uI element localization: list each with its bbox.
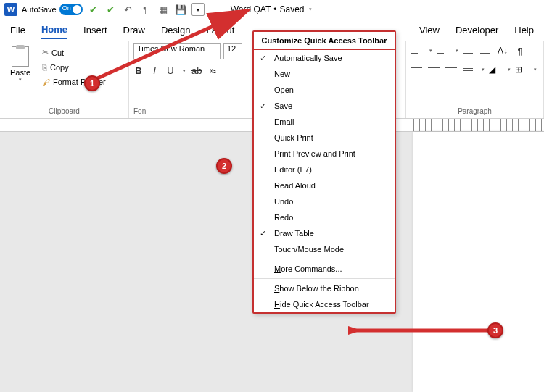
align-right-button[interactable] xyxy=(445,64,458,75)
word-app-icon: W xyxy=(4,3,17,16)
menu-separator xyxy=(254,278,395,279)
qat-menu-item[interactable]: Email xyxy=(254,114,395,130)
tab-insert[interactable]: Insert xyxy=(83,22,107,38)
qat-menu-item[interactable]: New xyxy=(254,66,395,82)
qat-menu-item[interactable]: Automatically Save xyxy=(254,50,395,66)
italic-button[interactable]: I xyxy=(149,65,160,76)
subscript-button[interactable]: x₂ xyxy=(207,67,218,75)
chevron-down-icon: ▾ xyxy=(309,7,312,12)
tab-home[interactable]: Home xyxy=(41,21,67,39)
align-left-button[interactable] xyxy=(411,64,424,75)
qat-draw-table-icon[interactable]: ▦ xyxy=(157,3,170,16)
clipboard-group: Paste ▾ ✂Cut ⎘Copy 🖌Format Painter Clipb… xyxy=(0,41,129,118)
document-page[interactable] xyxy=(413,132,544,392)
menu-separator xyxy=(254,259,395,259)
underline-button[interactable]: U xyxy=(165,65,176,76)
qat-menu-item[interactable]: Print Preview and Print xyxy=(254,146,395,162)
paragraph-group-label: Paragraph xyxy=(411,106,539,117)
qat-menu-item[interactable]: Touch/Mouse Mode xyxy=(254,241,395,257)
qat-menu-item[interactable]: Redo xyxy=(254,209,395,225)
qat-menu-item[interactable]: Draw Table xyxy=(254,225,395,241)
number-list-button[interactable] xyxy=(437,45,450,57)
cut-button[interactable]: ✂Cut xyxy=(41,46,107,59)
tab-layout[interactable]: Layout xyxy=(206,22,234,38)
qat-menu-item[interactable]: Open xyxy=(254,82,395,98)
clipboard-icon xyxy=(12,46,29,67)
strikethrough-button[interactable]: ab xyxy=(191,65,202,76)
tab-design[interactable]: Design xyxy=(161,22,190,38)
tab-file[interactable]: File xyxy=(10,22,25,38)
tab-draw[interactable]: Draw xyxy=(123,22,145,38)
qat-show-below[interactable]: Show Below the Ribbon xyxy=(254,280,395,296)
paragraph-group: ▾ ▾ A↓ ¶ ▾ ◢▾ ⊞▾ Paragraph xyxy=(406,41,544,118)
qat-paragraph-icon[interactable]: ¶ xyxy=(139,3,152,16)
scissors-icon: ✂ xyxy=(42,48,49,57)
qat-customize-button[interactable]: ▾ xyxy=(191,3,205,16)
annotation-badge-3: 3 xyxy=(487,322,503,338)
qat-menu-item[interactable]: Quick Print xyxy=(254,130,395,146)
brush-icon: 🖌 xyxy=(42,78,50,86)
sort-button[interactable]: A↓ xyxy=(498,45,511,57)
qat-menu-item[interactable]: Undo xyxy=(254,193,395,209)
tab-developer[interactable]: Developer xyxy=(456,22,498,38)
qat-check2-icon[interactable]: ✔ xyxy=(104,3,118,16)
title-bar: W AutoSave On ✔ ✔ ↶ ¶ ▦ 💾 ▾ Word QAT • S… xyxy=(0,0,544,19)
annotation-badge-2: 2 xyxy=(216,158,232,174)
clipboard-group-label: Clipboard xyxy=(4,106,124,117)
shading-button[interactable]: ◢ xyxy=(489,64,502,75)
qat-save-icon[interactable]: 💾 xyxy=(174,3,187,16)
copy-icon: ⎘ xyxy=(42,63,47,72)
align-center-button[interactable] xyxy=(428,64,441,75)
autosave-label: AutoSave xyxy=(22,5,57,14)
bold-button[interactable]: B xyxy=(133,65,144,76)
show-marks-button[interactable]: ¶ xyxy=(515,46,525,57)
toggle-switch-icon[interactable]: On xyxy=(59,4,83,15)
line-spacing-button[interactable] xyxy=(463,64,476,75)
qat-check-icon[interactable]: ✔ xyxy=(87,3,100,16)
qat-undo-icon[interactable]: ↶ xyxy=(122,3,135,16)
paste-button[interactable]: Paste ▾ xyxy=(4,43,36,106)
annotation-badge-1: 1 xyxy=(84,75,100,91)
tab-help[interactable]: Help xyxy=(514,22,534,38)
increase-indent-button[interactable] xyxy=(480,45,493,57)
font-name-select[interactable]: Times New Roman xyxy=(133,43,221,59)
font-size-select[interactable]: 12 xyxy=(223,43,242,59)
customize-qat-menu: Customize Quick Access Toolbar Automatic… xyxy=(252,30,396,314)
qat-menu-item[interactable]: Save xyxy=(254,98,395,114)
document-title[interactable]: Word QAT • Saved ▾ xyxy=(231,4,312,14)
autosave-toggle[interactable]: AutoSave On xyxy=(22,4,83,15)
qat-menu-item[interactable]: Read Aloud xyxy=(254,178,395,193)
qat-more-commands[interactable]: More Commands... xyxy=(254,261,395,277)
tab-view[interactable]: View xyxy=(419,22,440,38)
decrease-indent-button[interactable] xyxy=(463,45,476,57)
qat-menu-item[interactable]: Editor (F7) xyxy=(254,162,395,178)
qat-menu-title: Customize Quick Access Toolbar xyxy=(254,32,395,50)
borders-button[interactable]: ⊞ xyxy=(515,64,528,75)
qat-hide[interactable]: Hide Quick Access Toolbar xyxy=(254,296,395,312)
copy-button[interactable]: ⎘Copy xyxy=(41,62,107,73)
bullet-list-button[interactable] xyxy=(411,45,424,57)
chevron-down-icon: ▾ xyxy=(19,77,22,83)
